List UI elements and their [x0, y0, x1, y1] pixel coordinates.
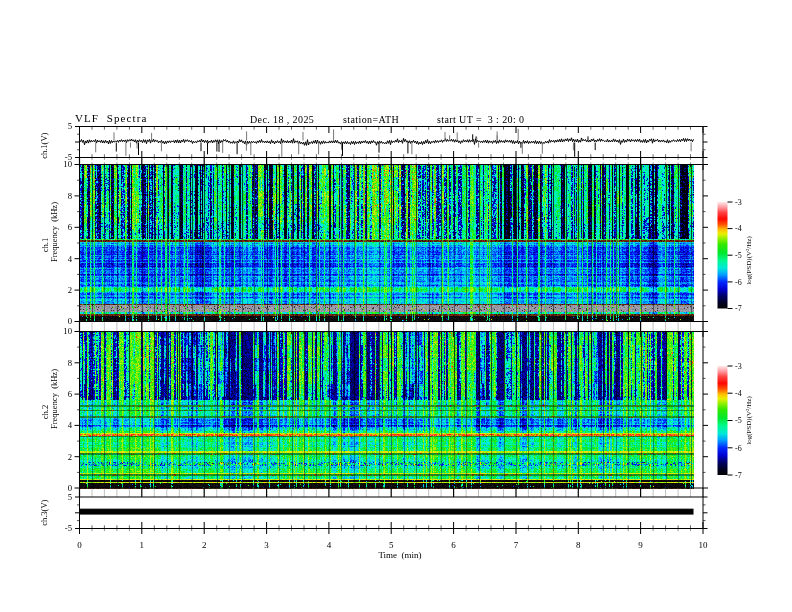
svg-text:-5: -5 — [65, 523, 72, 533]
svg-text:6: 6 — [68, 222, 73, 232]
svg-text:8: 8 — [68, 191, 73, 201]
svg-text:4: 4 — [68, 420, 73, 430]
svg-text:6: 6 — [68, 389, 73, 399]
svg-text:Frequency (kHz): Frequency (kHz) — [49, 369, 59, 429]
svg-text:ch.3(V): ch.3(V) — [39, 499, 49, 525]
svg-text:Time (min): Time (min) — [378, 550, 421, 560]
svg-text:start UT = 3 : 20: 0: start UT = 3 : 20: 0 — [437, 114, 524, 125]
svg-text:10: 10 — [63, 326, 72, 336]
svg-text:Dec. 18 , 2025: Dec. 18 , 2025 — [250, 114, 314, 125]
svg-text:8: 8 — [68, 358, 73, 368]
svg-text:-4: -4 — [735, 389, 742, 398]
svg-text:2: 2 — [68, 285, 72, 295]
svg-text:-4: -4 — [735, 224, 742, 233]
svg-text:ch.1(V): ch.1(V) — [39, 132, 49, 158]
svg-text:5: 5 — [389, 540, 394, 550]
svg-text:9: 9 — [638, 540, 643, 550]
svg-text:10: 10 — [63, 159, 72, 169]
svg-text:10: 10 — [699, 540, 709, 550]
svg-text:4: 4 — [327, 540, 332, 550]
svg-text:-6: -6 — [735, 444, 742, 453]
svg-text:0: 0 — [68, 316, 73, 326]
svg-text:6: 6 — [451, 540, 456, 550]
svg-text:0: 0 — [77, 540, 82, 550]
svg-text:-5: -5 — [735, 251, 742, 260]
svg-text:Frequency (kHz): Frequency (kHz) — [49, 202, 59, 262]
svg-text:-3: -3 — [735, 198, 742, 207]
svg-text:2: 2 — [68, 452, 72, 462]
svg-text:VLF Spectra: VLF Spectra — [75, 112, 147, 124]
svg-text:log(PSD)(V2/Hz): log(PSD)(V2/Hz) — [745, 236, 753, 285]
svg-text:-6: -6 — [735, 278, 742, 287]
svg-text:-7: -7 — [735, 471, 742, 480]
svg-text:7: 7 — [514, 540, 519, 550]
svg-text:-3: -3 — [735, 362, 742, 371]
svg-text:log(PSD)(V2/Hz): log(PSD)(V2/Hz) — [745, 396, 753, 445]
svg-text:-5: -5 — [735, 416, 742, 425]
svg-text:8: 8 — [576, 540, 581, 550]
svg-text:2: 2 — [202, 540, 207, 550]
svg-text:-7: -7 — [735, 304, 742, 313]
svg-text:1: 1 — [140, 540, 145, 550]
svg-text:5: 5 — [68, 121, 72, 131]
svg-text:station=ATH: station=ATH — [343, 114, 399, 125]
svg-text:5: 5 — [68, 492, 72, 502]
svg-text:4: 4 — [68, 254, 73, 264]
svg-text:3: 3 — [264, 540, 269, 550]
